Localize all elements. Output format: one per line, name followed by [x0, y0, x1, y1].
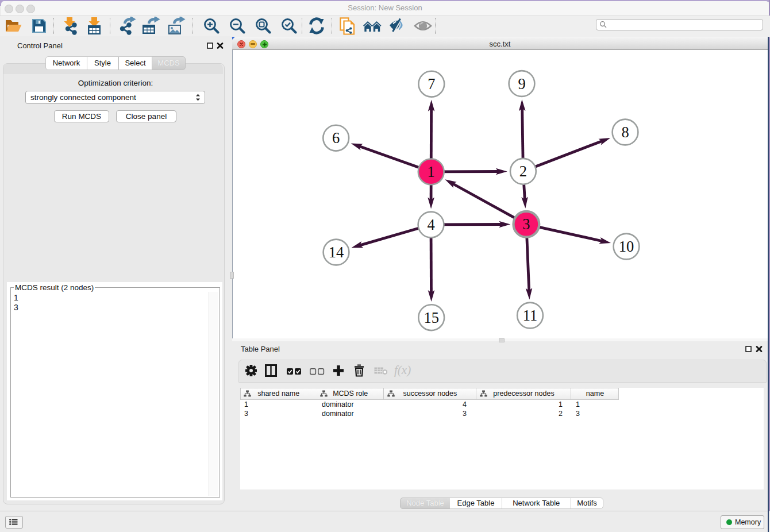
svg-text:6: 6	[332, 129, 340, 147]
svg-text:9: 9	[518, 75, 525, 92]
svg-text:4: 4	[427, 216, 434, 233]
svg-text:15: 15	[424, 309, 439, 326]
svg-text:7: 7	[428, 75, 435, 92]
svg-text:1: 1	[428, 163, 435, 180]
svg-text:10: 10	[619, 238, 634, 255]
svg-text:3: 3	[522, 215, 530, 233]
svg-text:8: 8	[621, 124, 629, 141]
svg-text:11: 11	[523, 307, 538, 324]
svg-text:14: 14	[329, 244, 344, 261]
svg-text:2: 2	[519, 163, 527, 180]
